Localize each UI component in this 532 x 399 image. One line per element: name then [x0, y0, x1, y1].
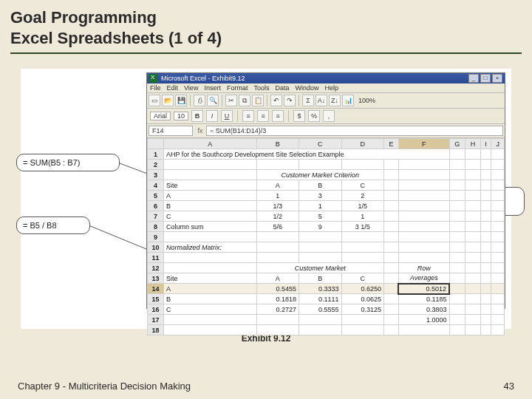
cell-J13[interactable] — [491, 273, 505, 284]
row-header-18[interactable]: 18 — [148, 325, 164, 335]
cell-H18[interactable] — [466, 325, 481, 335]
cell-F8[interactable] — [398, 222, 449, 232]
row-header-12[interactable]: 12 — [148, 263, 164, 273]
cell-H3[interactable] — [466, 170, 481, 180]
row-header-9[interactable]: 9 — [148, 232, 164, 242]
row-header-3[interactable]: 3 — [148, 170, 164, 180]
col-header-F[interactable]: F — [398, 139, 449, 149]
col-header-I[interactable]: I — [480, 139, 491, 149]
cell-C6[interactable]: 1 — [299, 201, 341, 211]
cell-J7[interactable] — [491, 211, 505, 222]
cell-B13[interactable]: A — [256, 273, 299, 284]
cell-D2[interactable] — [341, 160, 383, 170]
cell-H17[interactable] — [466, 315, 481, 325]
cell-C8[interactable]: 9 — [299, 222, 341, 232]
cell-A8[interactable]: Column sum — [164, 222, 257, 232]
cell-H6[interactable] — [466, 201, 481, 211]
cell-A12[interactable] — [164, 263, 257, 273]
cell-F10[interactable] — [398, 242, 449, 253]
cell-C9[interactable] — [299, 232, 341, 242]
cell-B5[interactable]: 1 — [256, 191, 299, 201]
cell-G1[interactable] — [449, 149, 465, 160]
cell-I17[interactable] — [480, 315, 491, 325]
cell-H4[interactable] — [466, 180, 481, 191]
cell-E16[interactable] — [383, 304, 398, 315]
cell-E10[interactable] — [383, 242, 398, 253]
font-name-select[interactable]: Arial — [150, 112, 171, 120]
cell-J8[interactable] — [491, 222, 505, 232]
cell-I14[interactable] — [480, 284, 491, 294]
row-header-7[interactable]: 7 — [148, 211, 164, 222]
cell-G13[interactable] — [449, 273, 465, 284]
cell-J10[interactable] — [491, 242, 505, 253]
sort-asc-icon[interactable]: A↓ — [316, 95, 327, 106]
cell-B7[interactable]: 1/2 — [256, 211, 299, 222]
cell-D7[interactable]: 1 — [341, 211, 383, 222]
align-center-icon[interactable]: ≡ — [257, 110, 269, 122]
copy-icon[interactable]: ⧉ — [239, 95, 250, 106]
cell-C10[interactable] — [299, 242, 341, 253]
save-icon[interactable]: 💾 — [175, 95, 187, 106]
cell-B9[interactable] — [256, 232, 299, 242]
menu-format[interactable]: Format — [227, 84, 248, 92]
cell-A18[interactable] — [164, 325, 257, 335]
cell-G5[interactable] — [449, 191, 465, 201]
cell-A9[interactable] — [164, 232, 257, 242]
font-size-select[interactable]: 10 — [174, 112, 188, 120]
cell-E15[interactable] — [383, 294, 398, 304]
cell-A5[interactable]: A — [164, 191, 257, 201]
cell-A11[interactable] — [164, 253, 257, 263]
cell-A17[interactable] — [164, 315, 257, 325]
cell-G14[interactable] — [449, 284, 465, 294]
row-header-1[interactable]: 1 — [148, 149, 164, 160]
cell-I16[interactable] — [480, 304, 491, 315]
row-header-6[interactable]: 6 — [148, 201, 164, 211]
preview-icon[interactable]: 🔍 — [207, 95, 219, 106]
cell-D10[interactable] — [341, 242, 383, 253]
cell-C2[interactable] — [299, 160, 341, 170]
menu-insert[interactable]: Insert — [204, 84, 221, 92]
cell-F3[interactable] — [398, 170, 449, 180]
cell-I4[interactable] — [480, 180, 491, 191]
col-header-C[interactable]: C — [299, 139, 341, 149]
cell-A7[interactable]: C — [164, 211, 257, 222]
cell-J16[interactable] — [491, 304, 505, 315]
cell-H7[interactable] — [466, 211, 481, 222]
cell-J6[interactable] — [491, 201, 505, 211]
menu-window[interactable]: Window — [295, 84, 318, 92]
cell-B18[interactable] — [256, 325, 299, 335]
col-header-A[interactable]: A — [164, 139, 257, 149]
cell-H11[interactable] — [466, 253, 481, 263]
cell-F2[interactable] — [398, 160, 449, 170]
cut-icon[interactable]: ✂ — [225, 95, 237, 106]
cell-B15[interactable]: 0.1818 — [256, 294, 299, 304]
chart-icon[interactable]: 📊 — [342, 95, 354, 106]
cell-H13[interactable] — [466, 273, 481, 284]
cell-C4[interactable]: B — [299, 180, 341, 191]
cell-G16[interactable] — [449, 304, 465, 315]
cell-E18[interactable] — [383, 325, 398, 335]
row-header-15[interactable]: 15 — [148, 294, 164, 304]
cell-I11[interactable] — [480, 253, 491, 263]
cell-G10[interactable] — [449, 242, 465, 253]
cell-H8[interactable] — [466, 222, 481, 232]
row-header-10[interactable]: 10 — [148, 242, 164, 253]
cell-D11[interactable] — [341, 253, 383, 263]
cell-J2[interactable] — [491, 160, 505, 170]
col-header-E[interactable]: E — [383, 139, 398, 149]
cell-E2[interactable] — [383, 160, 398, 170]
menu-view[interactable]: View — [184, 84, 198, 92]
cell-G11[interactable] — [449, 253, 465, 263]
minimize-button[interactable]: _ — [468, 74, 479, 83]
cell-B17[interactable] — [256, 315, 299, 325]
cell-I13[interactable] — [480, 273, 491, 284]
cell-J14[interactable] — [491, 284, 505, 294]
cell-J3[interactable] — [491, 170, 505, 180]
cell-G12[interactable] — [449, 263, 465, 273]
open-icon[interactable]: 📂 — [162, 95, 174, 106]
cell-A1[interactable]: AHP for the Southcorp Development Site S… — [164, 149, 450, 160]
select-all-cell[interactable] — [148, 139, 164, 149]
cell-F17[interactable]: 1.0000 — [398, 315, 449, 325]
cell-E3[interactable] — [383, 170, 398, 180]
row-header-4[interactable]: 4 — [148, 180, 164, 191]
